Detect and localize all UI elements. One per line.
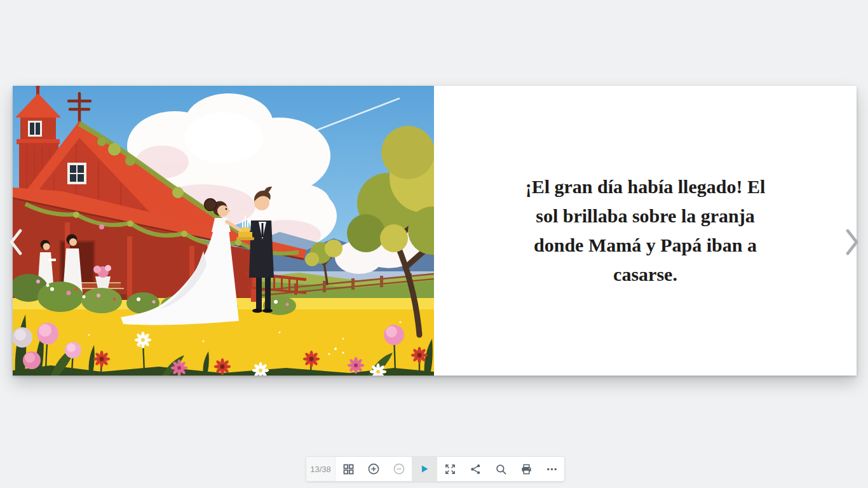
page-number-input[interactable] bbox=[306, 464, 336, 475]
print-button[interactable] bbox=[513, 457, 539, 481]
fullscreen-button[interactable] bbox=[437, 457, 463, 481]
search-icon bbox=[495, 463, 507, 475]
zoom-out-icon bbox=[393, 463, 405, 475]
zoom-in-icon bbox=[367, 463, 380, 475]
zoom-out-button[interactable] bbox=[386, 457, 412, 481]
more-options-button[interactable] bbox=[539, 457, 564, 481]
right-page[interactable]: ¡El gran día había llegado! El sol brill… bbox=[434, 86, 857, 376]
more-options-icon bbox=[546, 463, 558, 475]
story-line: ¡El gran día había llegado! El bbox=[526, 172, 766, 201]
autoplay-button[interactable] bbox=[412, 457, 437, 481]
story-line: donde Mamá y Papá iban a bbox=[526, 231, 766, 260]
chevron-right-icon bbox=[844, 248, 860, 257]
story-line: sol brillaba sobre la granja bbox=[526, 201, 766, 231]
print-icon bbox=[520, 463, 532, 475]
next-page-button[interactable] bbox=[844, 229, 860, 255]
share-button[interactable] bbox=[463, 457, 488, 481]
search-button[interactable] bbox=[488, 457, 513, 481]
previous-page-button[interactable] bbox=[8, 229, 24, 255]
autoplay-icon bbox=[419, 463, 430, 475]
fullscreen-icon bbox=[444, 463, 456, 475]
thumbnails-grid-icon bbox=[342, 463, 355, 475]
wedding-illustration bbox=[13, 86, 434, 376]
story-line: casarse. bbox=[526, 260, 766, 289]
page-counter[interactable] bbox=[306, 457, 336, 481]
thumbnails-button[interactable] bbox=[336, 457, 361, 481]
story-text: ¡El gran día había llegado! El sol brill… bbox=[481, 172, 810, 289]
chevron-left-icon bbox=[8, 248, 24, 257]
zoom-in-button[interactable] bbox=[361, 457, 386, 481]
share-icon bbox=[470, 463, 482, 475]
viewer-toolbar bbox=[306, 456, 565, 482]
left-page[interactable] bbox=[13, 86, 434, 376]
flipbook-spread: ¡El gran día había llegado! El sol brill… bbox=[13, 86, 857, 376]
